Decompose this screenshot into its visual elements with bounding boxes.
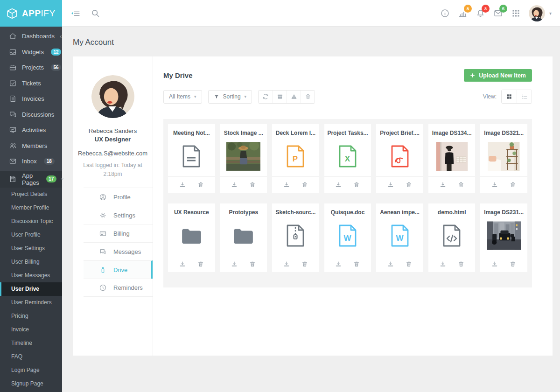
sidebar-subitem-signup-page[interactable]: Signup Page	[0, 377, 62, 391]
sidebar-subitem-user-profile[interactable]: User Profile	[0, 228, 62, 242]
file-card[interactable]: Deck Lorem I... P	[272, 124, 319, 193]
download-file-button[interactable]	[335, 261, 342, 267]
file-card[interactable]: Stock Image ...	[220, 124, 267, 193]
sidebar-item-activities[interactable]: Activities	[0, 122, 62, 138]
download-file-button[interactable]	[387, 261, 394, 267]
profile-menu-item-settings[interactable]: Settings	[84, 206, 153, 224]
sidebar-subitem-member-profile[interactable]: Member Profile	[0, 201, 62, 215]
hamburger-icon	[70, 8, 80, 18]
sidebar-subitem-login-page[interactable]: Login Page	[0, 364, 62, 377]
download-file-button[interactable]	[231, 182, 238, 188]
plus-icon	[470, 73, 475, 78]
profile-menu-item-profile[interactable]: Profile	[84, 188, 153, 206]
download-file-button[interactable]	[179, 182, 186, 188]
file-card[interactable]: Aenean impe... W	[376, 203, 423, 272]
avatar-caret-icon[interactable]: ▾	[549, 11, 552, 16]
delete-file-button[interactable]	[406, 182, 412, 188]
file-card[interactable]: Prototypes	[220, 203, 267, 272]
report-button[interactable]	[287, 91, 301, 103]
file-card[interactable]: Meeting Not...	[168, 124, 215, 193]
file-card[interactable]: Image DS321...	[480, 124, 527, 193]
delete-file-button[interactable]	[458, 261, 464, 267]
sidebar-subitem-label: Signup Page	[11, 380, 43, 387]
file-card[interactable]: UX Resource	[168, 203, 215, 272]
profile-menu-item-drive[interactable]: Drive	[84, 260, 153, 279]
apps-menu-button[interactable]	[511, 8, 521, 18]
file-card[interactable]: Project Tasks... X	[324, 124, 371, 193]
messages-button[interactable]: 5	[493, 8, 503, 18]
delete-file-button[interactable]	[353, 261, 360, 267]
download-file-button[interactable]	[179, 261, 186, 267]
delete-file-button[interactable]	[249, 261, 256, 267]
info-button[interactable]	[440, 8, 450, 18]
sidebar-subitem-project-details[interactable]: Project Details	[0, 188, 62, 201]
delete-file-button[interactable]	[406, 261, 412, 267]
sidebar-subitem-discussion-topic[interactable]: Discussion Topic	[0, 215, 62, 228]
grid-view-button[interactable]	[502, 90, 517, 103]
stats-button[interactable]: 8	[458, 8, 468, 18]
download-file-button[interactable]	[491, 261, 498, 267]
file-card[interactable]: Image DS134...	[428, 124, 476, 193]
archive-button[interactable]	[273, 91, 287, 103]
delete-file-button[interactable]	[510, 182, 516, 188]
refresh-button[interactable]	[259, 91, 273, 103]
sidebar-subitem-pricing[interactable]: Pricing	[0, 309, 62, 323]
sidebar-subitem-user-reminders[interactable]: User Reminders	[0, 296, 62, 309]
delete-file-button[interactable]	[353, 182, 360, 188]
sidebar-item-app-pages[interactable]: App Pages 17 ›	[0, 171, 62, 188]
sidebar-item-dashboards[interactable]: Dashboards ‹	[0, 28, 62, 44]
user-avatar[interactable]	[529, 5, 545, 21]
file-card[interactable]: Image DS231...	[480, 203, 527, 272]
sidebar-subitem-faq[interactable]: FAQ	[0, 350, 62, 364]
delete-file-button[interactable]	[301, 182, 308, 188]
sidebar-subitem-user-billing[interactable]: User Billing	[0, 255, 62, 269]
file-card[interactable]: Quisque.doc W	[324, 203, 371, 272]
sidebar-item-label: Dashboards	[22, 33, 55, 40]
sidebar-item-members[interactable]: Members	[0, 138, 62, 154]
sidebar-subitem-user-messages[interactable]: User Messages	[0, 269, 62, 282]
sidebar-collapse-button[interactable]	[70, 8, 80, 18]
filter-dropdown[interactable]: All Items ▾	[163, 90, 202, 104]
download-file-button[interactable]	[283, 182, 290, 188]
delete-file-button[interactable]	[301, 261, 308, 267]
sidebar-subitem-label: Member Profile	[11, 204, 49, 211]
sidebar-item-discussions[interactable]: Discussions	[0, 107, 62, 123]
file-type-icon	[168, 136, 215, 176]
download-file-button[interactable]	[387, 182, 394, 188]
delete-file-button[interactable]	[197, 261, 204, 267]
sidebar-subitem-user-drive[interactable]: User Drive	[0, 282, 62, 296]
sidebar-item-widgets[interactable]: Widgets 12	[0, 44, 62, 60]
profile-menu-item-billing[interactable]: Billing	[84, 224, 153, 242]
profile-menu-item-messages[interactable]: Messages	[84, 242, 153, 260]
file-card[interactable]: Sketch-sourc...	[272, 203, 319, 272]
download-file-button[interactable]	[283, 261, 290, 267]
app-logo[interactable]: APPIFY	[0, 0, 62, 27]
download-file-button[interactable]	[491, 182, 498, 188]
sidebar-item-inbox[interactable]: Inbox 18	[0, 154, 62, 169]
download-file-button[interactable]	[440, 182, 446, 188]
delete-file-button[interactable]	[510, 261, 516, 267]
sidebar-subitem-timeline[interactable]: Timeline	[0, 336, 62, 350]
delete-file-button[interactable]	[249, 182, 256, 188]
sidebar-subitem-invoice[interactable]: Invoice	[0, 323, 62, 336]
chevron-left-icon: ‹	[60, 33, 62, 39]
sidebar-item-invoices[interactable]: Invoices	[0, 91, 62, 107]
delete-file-button[interactable]	[197, 182, 204, 188]
delete-file-button[interactable]	[458, 182, 464, 188]
notifications-button[interactable]: 3	[476, 8, 485, 18]
sidebar-item-tickets[interactable]: Tickets	[0, 76, 62, 91]
profile-menu-item-reminders[interactable]: Reminders	[84, 279, 153, 297]
upload-new-item-button[interactable]: Upload New Item	[464, 69, 532, 82]
download-file-button[interactable]	[335, 182, 342, 188]
list-view-button[interactable]	[517, 90, 532, 103]
chevron-down-icon: ▾	[194, 94, 196, 99]
sorting-dropdown[interactable]: Sorting ▾	[208, 90, 252, 104]
sidebar-subitem-user-settings[interactable]: User Settings	[0, 242, 62, 255]
delete-button[interactable]	[301, 91, 315, 103]
file-card[interactable]: Project Brief....	[376, 124, 423, 193]
file-card[interactable]: demo.html	[428, 203, 476, 272]
search-button[interactable]	[91, 8, 100, 18]
download-file-button[interactable]	[231, 261, 238, 267]
sidebar-item-projects[interactable]: Projects 56	[0, 60, 62, 76]
download-file-button[interactable]	[440, 261, 446, 267]
